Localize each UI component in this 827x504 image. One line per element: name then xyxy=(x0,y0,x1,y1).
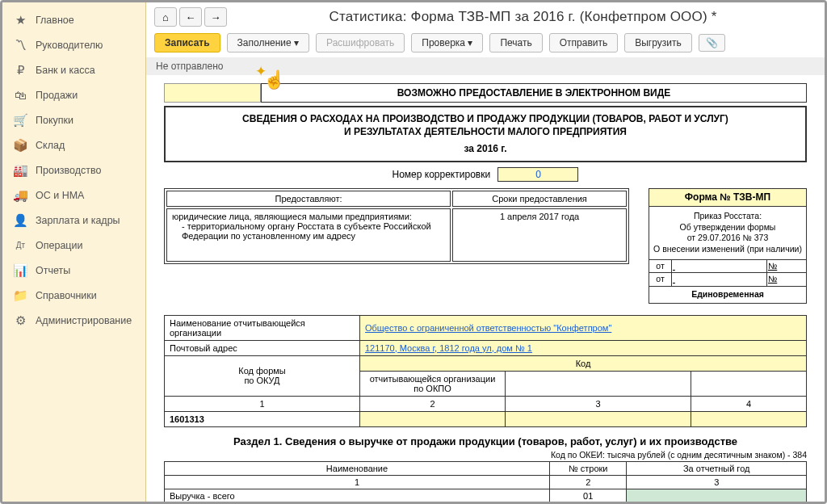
form-foot: Единовременная xyxy=(649,286,806,303)
box-icon: 📦 xyxy=(14,138,27,152)
chart-icon: 〽 xyxy=(14,38,27,52)
correction-field[interactable]: 0 xyxy=(497,167,578,182)
sidebar-item-warehouse[interactable]: 📦Склад xyxy=(2,132,145,158)
sidebar-item-label: Покупки xyxy=(36,115,73,126)
sidebar-item-directories[interactable]: 📁Справочники xyxy=(2,283,145,308)
heading-l1: СВЕДЕНИЯ О РАСХОДАХ НА ПРОИЗВОДСТВО И ПР… xyxy=(198,112,773,125)
form-l1: Приказ Росстата: xyxy=(653,211,803,222)
form-l4: О внесении изменений (при наличии) xyxy=(653,244,803,255)
cart-icon: 🛒 xyxy=(14,113,27,127)
sidebar-item-label: Руководителю xyxy=(36,40,103,51)
status-text: Не отправлено xyxy=(156,61,224,72)
sidebar: ★Главное 〽Руководителю ₽Банк и касса 🛍Пр… xyxy=(2,2,146,502)
folder-icon: 📁 xyxy=(14,288,27,302)
back-button[interactable]: ← xyxy=(179,7,202,27)
star-icon: ★ xyxy=(14,13,27,27)
toolbar: Записать Заполнение ▾ Расшифровать Прове… xyxy=(146,32,825,57)
provide-cell: юридические лица, являющиеся малыми пред… xyxy=(166,208,451,262)
sidebar-item-label: Отчеты xyxy=(36,265,70,276)
form-l3: от 29.07.2016 № 373 xyxy=(653,233,803,244)
row-name: Выручка - всего xyxy=(165,489,550,502)
sidebar-item-bank[interactable]: ₽Банк и касса xyxy=(2,57,145,82)
correction-row: Номер корректировки 0 xyxy=(164,167,807,182)
bag-icon: 🛍 xyxy=(14,88,27,102)
org-name-link[interactable]: Общество с ограниченной ответственностью… xyxy=(365,323,611,333)
sidebar-item-label: ОС и НМА xyxy=(36,190,84,201)
sidebar-item-label: Производство xyxy=(36,165,102,176)
print-button[interactable]: Печать xyxy=(489,33,542,52)
provide-txt1: юридические лица, являющиеся малыми пред… xyxy=(172,212,412,221)
gear-icon: ⚙ xyxy=(14,313,27,327)
attach-button[interactable]: 📎 xyxy=(699,34,725,52)
barcode-slot[interactable] xyxy=(164,83,261,103)
decode-button[interactable]: Расшифровать xyxy=(316,33,405,52)
form-l2: Об утверждении формы xyxy=(653,222,803,233)
okei-note: Код по ОКЕИ: тысяча рублей (с одним деся… xyxy=(164,450,807,460)
addr-label: Почтовый адрес xyxy=(165,340,360,355)
fill-button[interactable]: Заполнение ▾ xyxy=(227,33,309,52)
upload-button[interactable]: Выгрузить xyxy=(624,33,692,52)
page-title: Статистика: Форма ТЗВ-МП за 2016 г. (Кон… xyxy=(229,9,817,25)
person-icon: 👤 xyxy=(14,213,27,227)
main-area: ⌂ ← → Статистика: Форма ТЗВ-МП за 2016 г… xyxy=(146,2,825,502)
check-button[interactable]: Проверка ▾ xyxy=(411,33,483,52)
provide-txt2: - территориальному органу Росстата в суб… xyxy=(172,221,445,241)
report-heading: СВЕДЕНИЯ О РАСХОДАХ НА ПРОИЗВОДСТВО И ПР… xyxy=(164,106,807,162)
org-label: Наименование отчитывающейся организации xyxy=(165,315,360,340)
sidebar-item-assets[interactable]: 🚚ОС и НМА xyxy=(2,183,145,208)
send-button[interactable]: Отправить xyxy=(549,33,619,52)
sidebar-item-reports[interactable]: 📊Отчеты xyxy=(2,258,145,283)
barchart-icon: 📊 xyxy=(14,263,27,277)
org-table: Наименование отчитывающейся организацииО… xyxy=(164,315,807,427)
sidebar-item-label: Зарплата и кадры xyxy=(36,215,120,226)
home-button[interactable]: ⌂ xyxy=(154,7,177,27)
sidebar-item-manager[interactable]: 〽Руководителю xyxy=(2,32,145,57)
forward-button[interactable]: → xyxy=(204,7,227,27)
form-title: Форма № ТЗВ-МП xyxy=(649,189,806,208)
spark-icon: ✦ xyxy=(255,63,267,80)
electronic-note: ВОЗМОЖНО ПРЕДОСТАВЛЕНИЕ В ЭЛЕКТРОННОМ ВИ… xyxy=(261,83,807,103)
section1-title: Раздел 1. Сведения о выручке от продажи … xyxy=(164,435,807,447)
document-body: ВОЗМОЖНО ПРЕДОСТАВЛЕНИЕ В ЭЛЕКТРОННОМ ВИ… xyxy=(146,75,825,502)
write-button[interactable]: Записать xyxy=(154,33,220,52)
factory-icon: 🏭 xyxy=(14,163,27,177)
sidebar-item-label: Администрирование xyxy=(36,315,132,326)
sidebar-item-label: Главное xyxy=(36,15,74,26)
sidebar-item-label: Справочники xyxy=(36,290,97,301)
sidebar-item-hr[interactable]: 👤Зарплата и кадры xyxy=(2,208,145,233)
okud-val: 1601313 xyxy=(165,411,360,426)
status-bar: Не отправлено xyxy=(146,57,825,75)
truck-icon: 🚚 xyxy=(14,188,27,202)
provide-table: Предоставляют:Сроки предоставления юриди… xyxy=(164,188,629,264)
sidebar-item-production[interactable]: 🏭Производство xyxy=(2,158,145,183)
sidebar-item-label: Склад xyxy=(36,140,65,151)
sidebar-item-label: Операции xyxy=(36,240,82,251)
provide-hdr1: Предоставляют: xyxy=(166,191,451,207)
okpo-input[interactable] xyxy=(360,411,506,426)
heading-l2: И РЕЗУЛЬТАТАХ ДЕЯТЕЛЬНОСТИ МАЛОГО ПРЕДПР… xyxy=(198,125,773,138)
sidebar-item-main[interactable]: ★Главное xyxy=(2,7,145,32)
form-info-block: Форма № ТЗВ-МП Приказ Росстата: Об утвер… xyxy=(649,188,807,304)
heading-year: за 2016 г. xyxy=(198,142,773,155)
value-cell[interactable] xyxy=(627,489,807,502)
sidebar-item-label: Продажи xyxy=(36,90,78,101)
section1-table: Наименование№ строкиЗа отчетный год 123 … xyxy=(164,461,807,502)
sidebar-item-operations[interactable]: ДтОперации xyxy=(2,233,145,258)
code-hdr: Код xyxy=(360,355,807,371)
addr-link[interactable]: 121170, Москва г, 1812 года ул, дом № 1 xyxy=(365,343,532,353)
sidebar-item-admin[interactable]: ⚙Администрирование xyxy=(2,308,145,333)
ruble-icon: ₽ xyxy=(14,63,27,77)
provide-hdr2: Сроки предоставления xyxy=(452,191,627,207)
dt-icon: Дт xyxy=(14,238,27,252)
sidebar-item-purchases[interactable]: 🛒Покупки xyxy=(2,107,145,132)
sidebar-item-sales[interactable]: 🛍Продажи xyxy=(2,82,145,107)
provide-date: 1 апреля 2017 года xyxy=(452,208,627,262)
sidebar-item-label: Банк и касса xyxy=(36,65,95,76)
correction-label: Номер корректировки xyxy=(393,169,491,180)
